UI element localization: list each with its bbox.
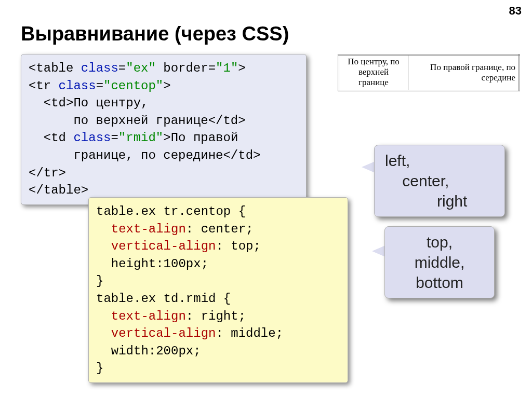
code-block-css: table.ex tr.centop { text-align: center;… (88, 197, 348, 383)
code-block-html: <table class="ex" border="1"> <tr class=… (21, 54, 307, 205)
code-text: <table class="ex" border="1"> <tr class=… (29, 61, 260, 197)
example-cell-center-top: По центру, по верхней границе (339, 55, 408, 91)
callout-vertical-align: top, middle, bottom (384, 226, 495, 298)
code-text: table.ex tr.centop { text-align: center;… (96, 204, 283, 375)
callout-text-align: left, center, right (374, 145, 505, 217)
example-cell-right-middle: По правой границе, по середине (408, 55, 520, 91)
slide-title: Выравнивание (через CSS) (21, 23, 289, 45)
example-table: По центру, по верхней границе По правой … (338, 54, 520, 91)
page-number: 83 (509, 4, 522, 18)
